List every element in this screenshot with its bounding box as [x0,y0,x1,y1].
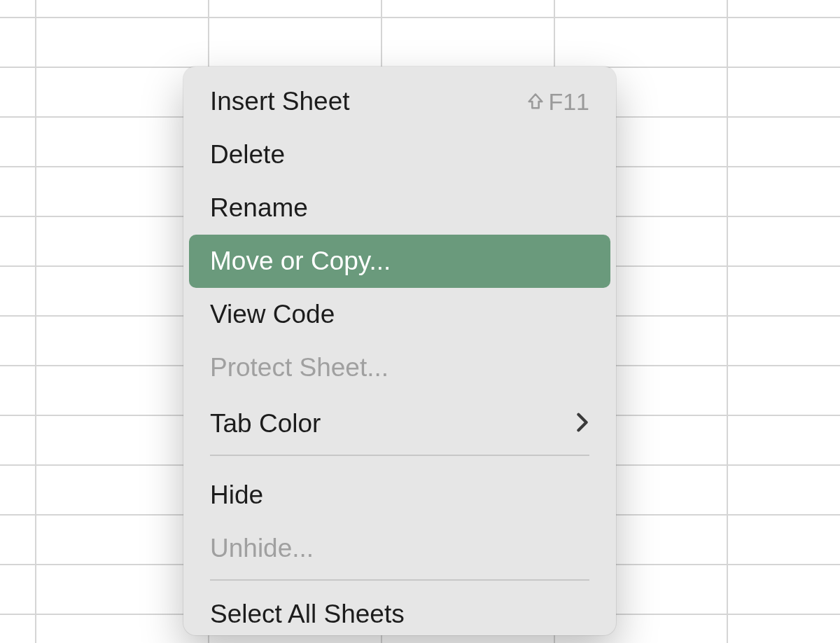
grid-cell[interactable] [0,317,36,366]
grid-cell[interactable] [728,516,840,565]
grid-cell[interactable] [0,615,36,643]
menu-item-view-code[interactable]: View Code [189,288,610,341]
menu-item-label: Insert Sheet [210,87,350,116]
menu-item-select-all-sheets[interactable]: Select All Sheets [189,593,610,635]
grid-cell[interactable] [0,516,36,565]
grid-cell[interactable] [728,366,840,416]
grid-cell[interactable] [36,0,209,18]
grid-cell[interactable] [0,167,36,217]
menu-item-label: View Code [210,300,335,329]
grid-cell[interactable] [382,18,555,68]
grid-cell[interactable] [728,565,840,615]
shift-icon [526,92,545,111]
menu-item-label: Select All Sheets [210,600,405,629]
grid-cell[interactable] [728,615,840,643]
grid-cell[interactable] [728,416,840,466]
grid-cell[interactable] [382,0,555,18]
grid-cell[interactable] [0,366,36,416]
grid-cell[interactable] [728,118,840,167]
menu-item-move-or-copy[interactable]: Move or Copy... [189,235,610,288]
menu-item-delete[interactable]: Delete [189,128,610,181]
menu-item-hide[interactable]: Hide [189,469,610,522]
grid-cell[interactable] [728,217,840,267]
grid-cell[interactable] [209,18,382,68]
grid-cell[interactable] [209,0,382,18]
menu-item-label: Unhide... [210,534,314,563]
grid-cell[interactable] [728,267,840,317]
menu-item-label: Delete [210,140,285,170]
menu-item-label: Move or Copy... [210,247,391,276]
menu-item-rename[interactable]: Rename [189,181,610,235]
menu-item-protect-sheet: Protect Sheet... [189,341,610,394]
grid-cell[interactable] [0,416,36,466]
grid-cell[interactable] [728,68,840,118]
grid-cell[interactable] [0,118,36,167]
chevron-right-icon [575,410,589,438]
grid-cell[interactable] [728,0,840,18]
grid-cell[interactable] [0,466,36,516]
grid-cell[interactable] [36,18,209,68]
menu-item-label: Rename [210,193,308,223]
grid-cell[interactable] [0,565,36,615]
grid-cell[interactable] [0,0,36,18]
grid-cell[interactable] [0,217,36,267]
grid-cell[interactable] [728,466,840,516]
menu-separator [210,579,589,581]
grid-cell[interactable] [555,18,728,68]
grid-cell[interactable] [728,317,840,366]
shortcut-key: F11 [548,88,589,116]
sheet-tab-context-menu: Insert Sheet F11 Delete Rename Move or C… [183,67,616,635]
grid-cell[interactable] [0,18,36,68]
menu-item-insert-sheet[interactable]: Insert Sheet F11 [189,75,610,128]
grid-cell[interactable] [0,68,36,118]
menu-item-unhide: Unhide... [189,522,610,575]
menu-item-label: Hide [210,480,263,510]
grid-cell[interactable] [0,267,36,317]
grid-cell[interactable] [728,167,840,217]
menu-separator [210,455,589,456]
grid-cell[interactable] [728,18,840,68]
menu-item-tab-color[interactable]: Tab Color [189,397,610,450]
keyboard-shortcut: F11 [526,88,589,116]
menu-item-label: Protect Sheet... [210,353,388,382]
menu-item-label: Tab Color [210,409,321,438]
grid-cell[interactable] [555,0,728,18]
